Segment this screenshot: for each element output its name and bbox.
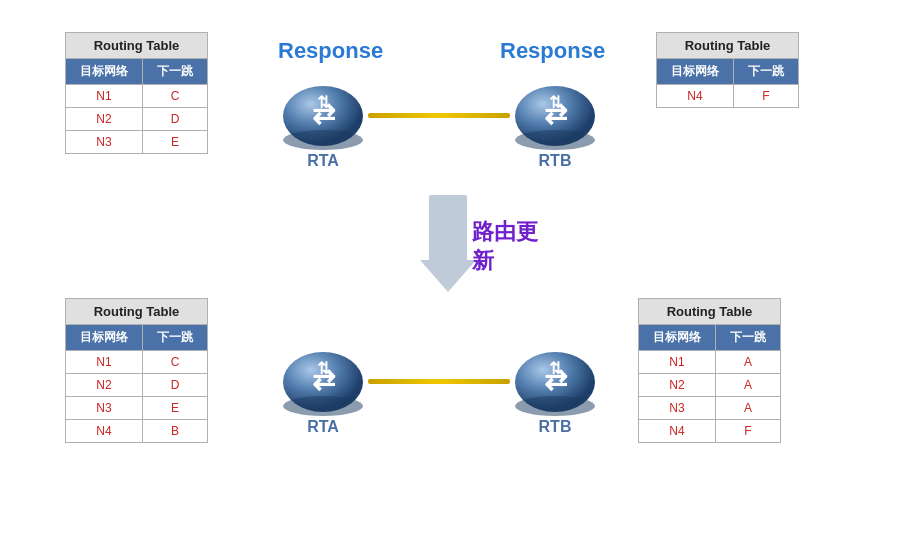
- svg-point-5: [515, 130, 595, 150]
- svg-point-9: [283, 396, 363, 416]
- svg-text:⇅: ⇅: [549, 360, 563, 377]
- svg-point-13: [515, 396, 595, 416]
- rtb-bottom-label: RTB: [539, 418, 572, 436]
- col-header-hop3: 下一跳: [143, 325, 208, 351]
- arrow-shaft: [429, 195, 467, 260]
- table-bottom-right-title: Routing Table: [639, 299, 781, 325]
- router-rtb-top: ⇄ ⇅ RTB: [510, 82, 600, 170]
- router-rtb-top-icon: ⇄ ⇅: [510, 82, 600, 150]
- col-header-net: 目标网络: [66, 59, 143, 85]
- rta-top-label: RTA: [307, 152, 339, 170]
- router-rtb-bottom-icon: ⇄ ⇅: [510, 348, 600, 416]
- svg-point-1: [283, 130, 363, 150]
- svg-text:⇅: ⇅: [317, 94, 331, 111]
- rtb-top-label: RTB: [539, 152, 572, 170]
- router-rta-top-icon: ⇄ ⇅: [278, 82, 368, 150]
- col-header-hop4: 下一跳: [716, 325, 781, 351]
- table-bottom-right: Routing Table 目标网络 下一跳 N1A N2A N3A N4F: [638, 298, 781, 443]
- response-label-right: Response: [500, 38, 605, 64]
- router-rtb-bottom: ⇄ ⇅ RTB: [510, 348, 600, 436]
- col-header-hop2: 下一跳: [734, 59, 799, 85]
- router-rta-top: ⇄ ⇅ RTA: [278, 82, 368, 170]
- table-top-left: Routing Table 目标网络 下一跳 N1C N2D N3E: [65, 32, 208, 154]
- router-rta-bottom: ⇄ ⇅ RTA: [278, 348, 368, 436]
- update-arrow: [420, 195, 476, 292]
- col-header-net3: 目标网络: [66, 325, 143, 351]
- arrow-head: [420, 260, 476, 292]
- svg-text:⇅: ⇅: [317, 360, 331, 377]
- table-bottom-left-title: Routing Table: [66, 299, 208, 325]
- table-top-right-title: Routing Table: [657, 33, 799, 59]
- col-header-hop: 下一跳: [143, 59, 208, 85]
- svg-text:⇅: ⇅: [549, 94, 563, 111]
- table-bottom-left: Routing Table 目标网络 下一跳 N1C N2D N3E N4B: [65, 298, 208, 443]
- update-label: 路由更新: [472, 218, 538, 275]
- table-top-right: Routing Table 目标网络 下一跳 N4F: [656, 32, 799, 108]
- col-header-net2: 目标网络: [657, 59, 734, 85]
- table-top-left-title: Routing Table: [66, 33, 208, 59]
- col-header-net4: 目标网络: [639, 325, 716, 351]
- connection-line-bottom: [368, 379, 510, 384]
- connection-line-top: [368, 113, 510, 118]
- response-label-left: Response: [278, 38, 383, 64]
- router-rta-bottom-icon: ⇄ ⇅: [278, 348, 368, 416]
- rta-bottom-label: RTA: [307, 418, 339, 436]
